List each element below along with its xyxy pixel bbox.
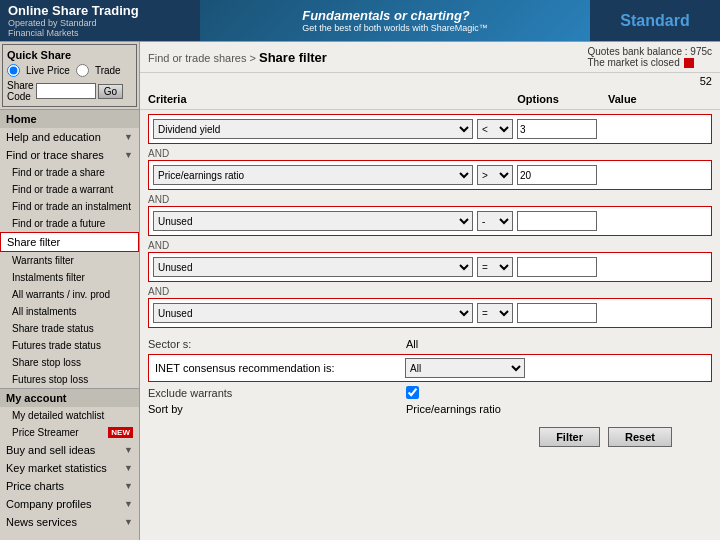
reset-button[interactable]: Reset	[608, 427, 672, 447]
nav-arrow-icon: ▼	[124, 499, 133, 509]
radio-group: Live Price Trade	[7, 64, 132, 77]
breadcrumb: Find or trade shares > Share filter	[148, 50, 327, 65]
sidebar-nav-item[interactable]: Find or trade a share	[0, 164, 139, 181]
filter-button[interactable]: Filter	[539, 427, 600, 447]
sidebar-nav-item[interactable]: Share trade status	[0, 320, 139, 337]
filter-group: Price/earnings ratio>AND	[148, 160, 712, 205]
inet-label: INET consensus recommendation is:	[155, 362, 405, 374]
sidebar-nav-item[interactable]: All instalments	[0, 303, 139, 320]
sidebar-nav-item[interactable]: News services▼	[0, 513, 139, 531]
filter-group: Dividend yield<AND	[148, 114, 712, 159]
sidebar-nav-item[interactable]: Price StreamerNEW	[0, 424, 139, 441]
sidebar-nav-item[interactable]: Warrants filter	[0, 252, 139, 269]
sidebar-nav-item: My account	[0, 388, 139, 407]
go-button[interactable]: Go	[98, 84, 123, 99]
sidebar-nav-item[interactable]: Buy and sell ideas▼	[0, 441, 139, 459]
sidebar: Quick Share Live Price Trade ShareCode G…	[0, 42, 140, 540]
filter-row: Price/earnings ratio>	[148, 160, 712, 190]
sector-value: All	[406, 338, 418, 350]
market-status: The market is closed	[587, 57, 712, 68]
result-counter: 52	[700, 75, 712, 87]
live-price-radio[interactable]	[7, 64, 20, 77]
main-wrapper: Quick Share Live Price Trade ShareCode G…	[0, 42, 720, 540]
sidebar-nav-item[interactable]: All warrants / inv. prod	[0, 286, 139, 303]
filter-rows: Dividend yield<ANDPrice/earnings ratio>A…	[140, 110, 720, 336]
sortby-value: Price/earnings ratio	[406, 403, 501, 415]
action-buttons: Filter Reset	[148, 423, 712, 451]
sidebar-nav-item[interactable]: Find or trade a future	[0, 215, 139, 232]
breadcrumb-link[interactable]: Find or trade shares	[148, 52, 246, 64]
operator-select[interactable]: -	[477, 211, 513, 231]
balance-text: Quotes bank balance : 975c	[587, 46, 712, 57]
nav-arrow-icon: ▼	[124, 463, 133, 473]
filter-group: Unused=	[148, 298, 712, 328]
sidebar-nav-item[interactable]: Find or trade an instalment	[0, 198, 139, 215]
sidebar-nav-item[interactable]: Futures trade status	[0, 337, 139, 354]
trade-radio[interactable]	[76, 64, 89, 77]
filter-row: Dividend yield<	[148, 114, 712, 144]
nav-arrow-icon: ▼	[124, 517, 133, 527]
sortby-label: Sort by	[148, 403, 398, 415]
content-area: Find or trade shares > Share filter Quot…	[140, 42, 720, 540]
operator-select[interactable]: =	[477, 303, 513, 323]
criteria-select[interactable]: Unused	[153, 257, 473, 277]
logo-title: Online Share Trading	[8, 3, 192, 18]
sidebar-nav-item[interactable]: Find or trade a warrant	[0, 181, 139, 198]
market-closed-indicator	[684, 58, 694, 68]
standard-brand: Standard	[620, 12, 689, 30]
nav-container: HomeHelp and education▼Find or trace sha…	[0, 109, 139, 531]
sidebar-nav-item[interactable]: Company profiles▼	[0, 495, 139, 513]
logo-section: Online Share Trading Operated by Standar…	[0, 0, 200, 41]
quick-share-title: Quick Share	[7, 49, 132, 61]
inet-row: INET consensus recommendation is: All	[148, 354, 712, 382]
page-title: Share filter	[259, 50, 327, 65]
operator-select[interactable]: =	[477, 257, 513, 277]
criteria-select[interactable]: Price/earnings ratio	[153, 165, 473, 185]
criteria-select[interactable]: Unused	[153, 211, 473, 231]
share-code-row: ShareCode Go	[7, 80, 132, 102]
share-code-input[interactable]	[36, 83, 96, 99]
criteria-select[interactable]: Unused	[153, 303, 473, 323]
mid-title: Fundamentals or charting?	[302, 8, 488, 23]
criteria-select[interactable]: Dividend yield	[153, 119, 473, 139]
value-input[interactable]	[517, 257, 597, 277]
nav-arrow-icon: ▼	[124, 445, 133, 455]
filter-row: Unused=	[148, 298, 712, 328]
logo-sub1: Operated by Standard	[8, 18, 192, 28]
sidebar-nav-item[interactable]: Key market statistics▼	[0, 459, 139, 477]
filter-group: Unused-AND	[148, 206, 712, 251]
nav-arrow-icon: ▼	[124, 150, 133, 160]
sidebar-nav-item[interactable]: Instalments filter	[0, 269, 139, 286]
nav-arrow-icon: ▼	[124, 481, 133, 491]
sidebar-nav-item[interactable]: Find or trace shares▼	[0, 146, 139, 164]
sidebar-nav-item[interactable]: Share stop loss	[0, 354, 139, 371]
sidebar-nav-item[interactable]: My detailed watchlist	[0, 407, 139, 424]
sidebar-nav-item[interactable]: Futures stop loss	[0, 371, 139, 388]
filter-group: Unused=AND	[148, 252, 712, 297]
market-label: The market is closed	[587, 57, 679, 68]
other-filters: Sector s: All INET consensus recommendat…	[140, 336, 720, 453]
and-label: AND	[148, 240, 712, 251]
and-label: AND	[148, 194, 712, 205]
header-banner: Online Share Trading Operated by Standar…	[0, 0, 720, 42]
sidebar-nav-item[interactable]: Help and education▼	[0, 128, 139, 146]
exclude-checkbox[interactable]	[406, 386, 419, 399]
operator-select[interactable]: >	[477, 165, 513, 185]
logo-sub2: Financial Markets	[8, 28, 192, 38]
operator-select[interactable]: <	[477, 119, 513, 139]
inet-select[interactable]: All	[405, 358, 525, 378]
value-input[interactable]	[517, 303, 597, 323]
nav-arrow-icon: ▼	[124, 132, 133, 142]
trade-label: Trade	[95, 65, 121, 76]
filter-row: Unused=	[148, 252, 712, 282]
value-input[interactable]	[517, 211, 597, 231]
sidebar-nav-item[interactable]: Price charts▼	[0, 477, 139, 495]
sidebar-nav-item[interactable]: Share filter	[0, 232, 139, 252]
header-right-logo: Standard	[590, 0, 720, 41]
criteria-header: Criteria Options Value	[140, 89, 720, 110]
value-input[interactable]	[517, 119, 597, 139]
options-col-header: Options	[488, 93, 588, 105]
value-input[interactable]	[517, 165, 597, 185]
top-bar: Find or trade shares > Share filter Quot…	[140, 42, 720, 73]
criteria-col-header: Criteria	[148, 93, 488, 105]
